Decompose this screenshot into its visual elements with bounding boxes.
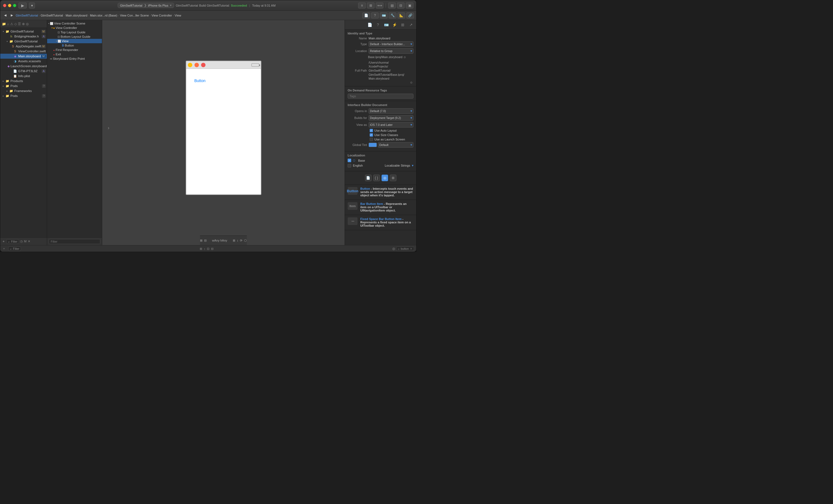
play-button[interactable]: ▶: [19, 2, 27, 8]
opens-in-select[interactable]: Default (7.0) ▾: [368, 108, 413, 114]
log-nav-icon[interactable]: ◎: [26, 22, 29, 26]
size-classes-checkbox[interactable]: ✓: [370, 133, 373, 137]
canvas-resolve-btn[interactable]: ⟳: [240, 239, 242, 242]
mockup-body[interactable]: Button: [186, 69, 261, 194]
filter-recent-btn[interactable]: ◷: [20, 240, 23, 243]
tree-item-assets[interactable]: ▸ ◑ Assets.xcassets: [0, 59, 47, 64]
attributes-tab[interactable]: ⚡: [391, 22, 398, 28]
canvas-icon-4[interactable]: ⊟: [211, 247, 213, 250]
file-inspector-btn[interactable]: 📄: [362, 13, 370, 19]
canvas-icon-1[interactable]: ⊞: [200, 247, 202, 250]
canvas-align-btn[interactable]: ⊞: [233, 239, 235, 242]
minimize-button[interactable]: [8, 4, 11, 7]
filter-clear-btn[interactable]: ✕: [28, 240, 30, 243]
add-status-btn[interactable]: ＋: [2, 247, 5, 250]
status-filter-left[interactable]: ⌕ Filter: [8, 246, 21, 251]
canvas-icon-2[interactable]: ↕: [204, 247, 205, 250]
tree-item-products[interactable]: ▸ 📁 Products: [0, 78, 47, 83]
base-checkbox[interactable]: ✓: [348, 159, 351, 162]
close-button[interactable]: [3, 4, 6, 7]
identity-inspector-btn[interactable]: 🪪: [380, 13, 387, 19]
tint-swatch[interactable]: [368, 143, 377, 147]
scene-item-top-layout[interactable]: ▸ ⊡ Top Layout Guide: [47, 30, 102, 34]
type-select[interactable]: Default - Interface Builder... ▾: [368, 41, 413, 47]
file-inspector-tab[interactable]: 📄: [366, 22, 373, 28]
english-checkbox[interactable]: [348, 164, 351, 167]
reveal-icon[interactable]: ⊙: [404, 56, 406, 59]
launch-screen-checkbox[interactable]: [370, 138, 373, 141]
scene-item-exit[interactable]: ▸ ⬥ Exit: [47, 52, 102, 56]
scene-item-view[interactable]: ▾ ⬜ View: [47, 39, 102, 43]
builds-for-select[interactable]: Deployment Target (9.2) ▾: [368, 115, 413, 121]
breadcrumb-item-2[interactable]: GtmSwiftTutorial: [41, 14, 63, 17]
warning-nav-icon[interactable]: ⚠: [10, 22, 13, 26]
folder-nav-icon[interactable]: 📁: [2, 22, 6, 26]
navigator-toggle[interactable]: ▤: [388, 2, 396, 8]
scheme-selector[interactable]: GtmSwiftTutorial ❯ iPhone 6s Plus ▾: [118, 3, 174, 8]
tree-item-viewcontroller[interactable]: ▸ S ViewController.swift: [0, 49, 47, 54]
search-nav-icon[interactable]: ⌕: [7, 22, 9, 26]
search-clear-btn[interactable]: ✕: [410, 247, 412, 250]
breadcrumb-item-1[interactable]: GtmSwiftTutorial: [16, 14, 38, 17]
scene-filter-input[interactable]: [49, 239, 100, 244]
sidebar-filter[interactable]: ⌕ Filter: [6, 239, 19, 244]
quick-help-tab[interactable]: ?: [374, 22, 382, 28]
size-inspector-btn[interactable]: 📐: [398, 13, 405, 19]
scene-item-bottom-layout[interactable]: ▸ ⊡ Bottom Layout Guide: [47, 34, 102, 39]
test-nav-icon[interactable]: ◇: [14, 22, 17, 26]
canvas-embed-btn[interactable]: ⬡: [244, 239, 247, 242]
tree-item-gtm-sub[interactable]: ▾ 📁 GtmSwiftTutorial: [0, 39, 47, 44]
breadcrumb-item-3[interactable]: Main.storyboard: [66, 14, 87, 17]
connections-inspector-btn[interactable]: 🔗: [406, 13, 414, 19]
loc-icon-braces[interactable]: { }: [373, 175, 380, 181]
scene-item-vc[interactable]: ▾ ● View Controller: [47, 26, 102, 30]
inspector-toggle[interactable]: ▣: [406, 2, 413, 8]
loc-dropdown[interactable]: ▾: [412, 164, 413, 167]
loc-icon-circle[interactable]: ◎: [382, 175, 388, 181]
canvas-fit-btn[interactable]: ⊞: [200, 239, 203, 242]
view-as-select[interactable]: iOS 7.0 and Later ▾: [368, 122, 413, 127]
forward-button[interactable]: ▶: [9, 13, 15, 18]
breadcrumb-item-4[interactable]: Main.stor...rd (Base): [90, 14, 117, 17]
tree-item-launch[interactable]: ▸ ◈ LaunchScreen.storyboard: [0, 64, 47, 69]
editor-standard-button[interactable]: ≡: [358, 2, 366, 8]
tree-item-gtm-file[interactable]: ▸ 📄 GTM-PT3L9Z A: [0, 69, 47, 74]
breadcrumb-item-7[interactable]: View: [175, 14, 181, 17]
status-target-icon[interactable]: ◎: [392, 247, 395, 250]
status-search-right[interactable]: ⌕ button ✕: [396, 246, 414, 251]
editor-assistant-button[interactable]: ⊞: [367, 2, 375, 8]
attributes-inspector-btn[interactable]: 🔧: [389, 13, 397, 19]
breakpoint-nav-icon[interactable]: ⊕: [22, 22, 25, 26]
tree-item-pods-1[interactable]: ▸ 📁 Pods ?: [0, 83, 47, 89]
scene-item-responder[interactable]: ▸ ⬥ First Responder: [47, 48, 102, 52]
loc-icon-file[interactable]: 📄: [365, 175, 372, 181]
identity-tab[interactable]: 🪪: [383, 22, 390, 28]
tree-item-gtm-root[interactable]: ▾ 📁 GtmSwiftTutorial M: [0, 29, 47, 34]
stop-button[interactable]: ■: [29, 2, 35, 8]
scene-item-entry[interactable]: ▸ ➡ Storyboard Entry Point: [47, 56, 102, 61]
breadcrumb-item-5[interactable]: View Con...ller Scene: [120, 14, 149, 17]
fullscreen-button[interactable]: [13, 4, 16, 7]
tint-select[interactable]: Default ▾: [378, 142, 413, 148]
location-select[interactable]: Relative to Group ▾: [368, 48, 413, 54]
canvas-icon-3[interactable]: ⊡: [207, 247, 209, 250]
auto-layout-checkbox[interactable]: ✓: [370, 129, 373, 132]
reveal-icon-2[interactable]: ⊙: [410, 81, 412, 84]
tree-item-main-storyboard[interactable]: ▸ ◈ Main.storyboard M: [0, 54, 47, 59]
scene-item-vc-scene[interactable]: ▾ ⬜ View Controller Scene: [47, 21, 102, 26]
debug-toggle[interactable]: ⊟: [397, 2, 405, 8]
tree-item-plist[interactable]: ▸ 📋 Info.plist: [0, 74, 47, 78]
canvas-zoom-btn[interactable]: ⊟: [204, 239, 207, 242]
quick-help-btn[interactable]: ?: [371, 13, 379, 19]
breadcrumb-item-6[interactable]: View Controller: [151, 14, 172, 17]
scene-item-button[interactable]: ▸ B Button: [47, 43, 102, 48]
tree-item-pods-2[interactable]: ▸ 📁 Pods ?: [0, 93, 47, 98]
ios-button-element[interactable]: Button: [194, 78, 206, 83]
filter-modified-btn[interactable]: M: [24, 240, 26, 243]
tree-item-appdelegate[interactable]: ▸ S AppDelegate.swift M: [0, 44, 47, 49]
back-button[interactable]: ◀: [2, 13, 8, 18]
add-icon[interactable]: ＋: [2, 239, 5, 244]
canvas-pin-btn[interactable]: ↕: [237, 239, 239, 242]
editor-version-button[interactable]: ⟺: [376, 2, 383, 8]
size-tab[interactable]: ⊞: [399, 22, 406, 28]
